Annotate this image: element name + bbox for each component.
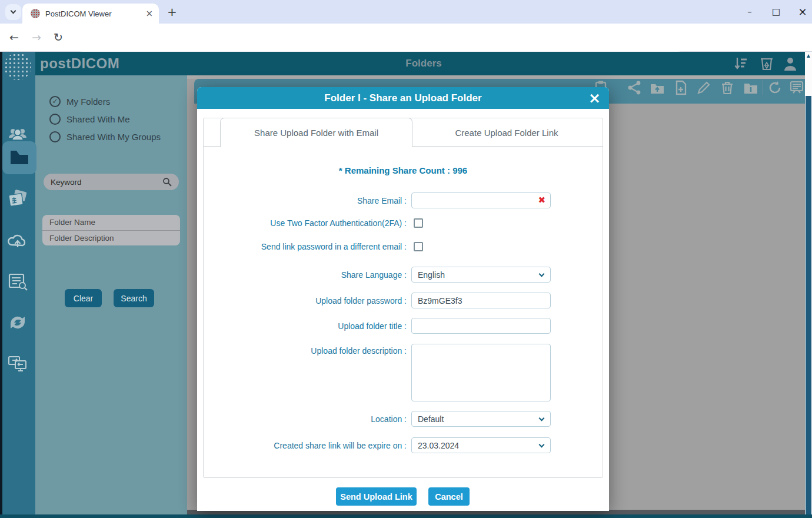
folder-password-label: Upload folder password : — [204, 296, 407, 306]
account-icon[interactable] — [783, 56, 798, 71]
location-value: Default — [418, 414, 444, 424]
radio-shared-with-my-groups[interactable]: Shared With My Groups — [49, 130, 161, 143]
dialog-close-icon[interactable]: × — [588, 89, 601, 107]
cloud-upload-icon[interactable] — [7, 230, 28, 251]
folder-title-input[interactable] — [411, 318, 551, 334]
expire-date-value: 23.03.2024 — [418, 441, 459, 450]
location-label: Location : — [204, 414, 407, 424]
filter-folder-description[interactable]: Folder Description — [42, 230, 180, 245]
studies-icon[interactable] — [7, 188, 28, 210]
scrollbar-thumb[interactable] — [806, 96, 811, 518]
expire-date-select[interactable]: 23.03.2024 — [411, 437, 551, 453]
folder-info-icon[interactable] — [743, 80, 758, 95]
keyword-search-box[interactable] — [44, 174, 179, 190]
recycle-bin-icon[interactable] — [759, 56, 774, 71]
window-maximize-button[interactable]: □ — [763, 0, 789, 24]
share-language-value: English — [418, 270, 445, 280]
print-icon[interactable] — [789, 80, 804, 95]
search-icon — [162, 177, 172, 187]
radio-label: My Folders — [66, 97, 110, 107]
browser-tab-strip: PostDICOM Viewer × + – □ × — [0, 0, 812, 24]
keyword-input[interactable] — [51, 178, 162, 187]
radio-label: Shared With Me — [66, 114, 130, 124]
chevron-down-icon — [539, 271, 545, 277]
add-document-icon[interactable] — [673, 80, 688, 95]
sort-icon[interactable] — [733, 56, 748, 71]
postdicom-logo-icon — [4, 53, 31, 80]
radio-shared-with-me[interactable]: Shared With Me — [49, 112, 130, 125]
refresh-icon[interactable] — [767, 80, 783, 95]
delete-trash-icon[interactable] — [720, 80, 735, 95]
filter-folder-name[interactable]: Folder Name — [42, 215, 180, 230]
window-minimize-button[interactable]: – — [737, 0, 763, 24]
toolbar-divider — [763, 80, 763, 95]
email-error-icon[interactable]: ✖ — [538, 195, 545, 205]
share-upload-folder-dialog: Folder I - Share an Upload Folder × Shar… — [197, 87, 609, 511]
tab-title: PostDICOM Viewer — [45, 9, 145, 18]
chevron-down-icon — [539, 442, 545, 448]
folder-password-input[interactable] — [411, 293, 551, 308]
tab-share-with-email[interactable]: Share Upload Folder with Email — [220, 118, 412, 147]
cancel-button[interactable]: Cancel — [428, 487, 470, 506]
folder-filter-panel: ✓ My Folders Shared With Me Shared With … — [35, 75, 187, 518]
folder-icon — [9, 147, 30, 168]
window-edge — [0, 52, 2, 518]
sync-icon[interactable] — [7, 312, 28, 333]
send-password-label: Send link password in a different email … — [204, 242, 407, 251]
browser-navbar: ← → ↻ germany.postdicom.com/Viewer/Main … — [0, 24, 812, 52]
search-button[interactable]: Search — [114, 289, 154, 307]
dialog-tabs: Share Upload Folder with Email Create Up… — [204, 118, 603, 147]
chevron-down-icon — [11, 8, 16, 14]
folder-description-textarea[interactable] — [411, 344, 551, 401]
dialog-header: Folder I - Share an Upload Folder — [197, 87, 609, 109]
two-factor-label: Use Two Factor Authentication(2FA) : — [204, 218, 407, 228]
folder-description-label: Upload folder description : — [204, 344, 407, 356]
remaining-share-count: * Remaining Share Count : 996 — [204, 165, 603, 175]
remote-view-icon[interactable] — [7, 353, 28, 374]
scroll-up-arrow-icon[interactable] — [807, 54, 810, 58]
filter-field-list: Folder Name Folder Description — [42, 215, 180, 245]
chevron-down-icon — [539, 416, 545, 421]
tab-create-link[interactable]: Create Upload Folder Link — [415, 118, 598, 147]
share-language-select[interactable]: English — [411, 267, 551, 283]
radio-my-folders[interactable]: ✓ My Folders — [49, 95, 110, 108]
page-bottom-strip — [0, 514, 812, 518]
worklist-search-icon[interactable] — [7, 271, 28, 292]
expire-date-label: Created share link will be expire on : — [204, 441, 407, 450]
app-header: postDICOM Folders — [0, 52, 812, 75]
folder-title-label: Upload folder title : — [204, 321, 407, 331]
edit-pencil-icon[interactable] — [696, 80, 711, 95]
window-close-button[interactable]: × — [790, 0, 812, 24]
browser-tab[interactable]: PostDICOM Viewer × — [22, 4, 159, 24]
main-sidebar — [0, 52, 35, 518]
page-scrollbar[interactable] — [805, 52, 812, 518]
share-language-label: Share Language : — [204, 270, 407, 280]
radio-selected-icon: ✓ — [49, 96, 61, 107]
dialog-title: Folder I - Share an Upload Folder — [324, 92, 481, 104]
share-email-input[interactable] — [411, 192, 551, 208]
close-tab-icon[interactable]: × — [145, 8, 153, 19]
tab-search-button[interactable] — [5, 4, 21, 20]
radio-icon — [49, 114, 61, 125]
page-title: Folders — [35, 52, 812, 75]
location-select[interactable]: Default — [411, 411, 551, 427]
back-icon[interactable]: ← — [9, 31, 19, 44]
two-factor-checkbox[interactable] — [414, 218, 423, 228]
new-tab-button[interactable]: + — [167, 4, 177, 20]
radio-label: Shared With My Groups — [66, 132, 161, 142]
forward-icon[interactable]: → — [32, 31, 41, 44]
folder-upload-icon[interactable] — [650, 80, 665, 95]
reload-icon[interactable]: ↻ — [54, 31, 63, 44]
share-icon[interactable] — [627, 80, 642, 95]
clear-button[interactable]: Clear — [65, 289, 102, 307]
dialog-body: Share Upload Folder with Email Create Up… — [203, 118, 603, 478]
share-email-label: Share Email : — [204, 196, 407, 205]
send-password-checkbox[interactable] — [414, 242, 423, 251]
send-upload-link-button[interactable]: Send Upload Link — [336, 487, 417, 506]
radio-icon — [49, 131, 61, 142]
postdicom-favicon-icon — [31, 9, 40, 18]
